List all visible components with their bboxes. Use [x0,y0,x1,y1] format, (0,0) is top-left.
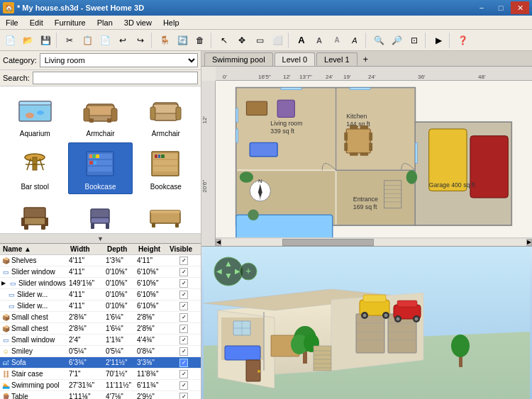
col-height[interactable]: Height [137,245,168,254]
view-3d[interactable]: ▲ ▼ ◀ ▶ + [201,247,532,399]
wall-tool[interactable]: ▭ [251,32,268,49]
furniture-item-aquarium[interactable]: Aquarium [3,89,67,141]
zoom-in-button[interactable]: 🔍 [370,32,387,49]
rotate-button[interactable]: 🔄 [174,32,191,49]
table-row[interactable]: ▭Small window 2'4"1'1¾"4'4¾" [0,335,201,346]
furniture-item-bookcase2[interactable]: Bookcase [134,142,198,194]
sep1 [56,33,59,48]
pan-tool[interactable]: ✥ [233,32,250,49]
table-row[interactable]: ☺Smiley 0'5¼"0'5¼"0'8¼" [0,346,201,357]
redo-button[interactable]: ↪ [132,32,149,49]
visible-check[interactable] [179,302,188,310]
col-visible[interactable]: Visible [168,245,199,254]
scroll-down-arrow[interactable]: ▼ [0,233,201,243]
delete-button[interactable]: 🗑 [192,32,209,49]
copy-button[interactable]: 📋 [79,32,96,49]
table-row[interactable]: 🏊Swimming pool 27'31¾"11'11½"6'11¾" [0,380,201,391]
zoom-fit-button[interactable]: ⊡ [406,32,423,49]
category-row: Category: Living room Bedroom Kitchen Ba… [0,51,201,70]
cut-button[interactable]: ✂ [61,32,78,49]
table-row[interactable]: 📦Shelves 4'11"1'3¾"4'11" [0,255,201,266]
col-width[interactable]: Width [69,245,106,254]
text-tool2[interactable]: A [311,32,328,49]
minimize-button[interactable]: − [472,1,491,14]
sep7 [449,33,452,48]
furniture-item-coffeetable[interactable]: Coffee table [134,196,198,233]
select-tool[interactable]: ↖ [216,32,233,49]
visible-check[interactable] [179,336,188,344]
text-tool3[interactable]: A [328,32,345,49]
table-row[interactable]: 📦Small chest 2'8¾"1'6¼"2'8⅝" [0,312,201,323]
table-row-selected[interactable]: 🛋Sofa 6'3¾"2'11½"3'3⅜" [0,357,201,369]
menu-file[interactable]: File [0,16,24,29]
room-tool[interactable]: ⬜ [269,32,286,49]
furniture-item-bookcase1[interactable]: Bookcase [68,142,132,194]
furniture-item-chair1[interactable]: Chair [3,196,67,233]
visible-check[interactable] [179,291,188,299]
tab-level0[interactable]: Level 0 [275,52,315,66]
visible-check[interactable] [179,279,188,288]
undo-button[interactable]: ↩ [114,32,131,49]
text-tool[interactable]: A [293,32,310,49]
help-button[interactable]: ❓ [454,32,471,49]
visible-check[interactable] [179,313,188,322]
search-input[interactable] [33,72,198,84]
text-tool4[interactable]: A [346,32,363,49]
svg-rect-8 [89,118,94,123]
visible-check[interactable] [179,268,188,276]
furniture-item-chair2[interactable]: Chair [68,196,132,233]
visible-check[interactable] [179,257,188,265]
furniture-grid: Aquarium Armchair [0,86,201,233]
visible-check[interactable] [179,347,188,356]
svg-text:▼: ▼ [224,271,233,281]
table-row[interactable]: ▭Slider w... 4'11"0'10⅝"6'10⅝" [0,289,201,300]
new-button[interactable]: 📄 [1,32,18,49]
menu-3dview[interactable]: 3D view [118,16,157,29]
save-button[interactable]: 💾 [37,32,54,49]
svg-rect-88 [236,129,238,142]
col-name[interactable]: Name ▲ [1,245,69,254]
svg-rect-6 [84,108,89,121]
sep3 [211,33,214,48]
h-scrollbar[interactable]: ◀ ▶ [216,237,532,246]
table-row[interactable]: 📦Small chest 2'8¾"1'6¼"2'8⅝" [0,323,201,335]
furniture-item-armchair2[interactable]: Armchair [134,89,198,141]
table-row[interactable]: 🪵Table 1'11⅛"4'7⅛"2'9½" [0,391,201,399]
visible-check[interactable] [179,370,188,378]
add-tab-button[interactable]: + [359,52,373,66]
svg-text:▲: ▲ [224,259,233,269]
table-row[interactable]: ▭Slider window 4'11"0'10⅝"6'10⅝" [0,266,201,278]
category-select[interactable]: Living room Bedroom Kitchen Bathroom Out… [40,53,198,67]
table-row[interactable]: 🪜Stair case 7'1"70'1½"11'8¾" [0,369,201,380]
svg-rect-25 [96,154,99,158]
floor-plan[interactable]: 0' 12' 24' 16'5" 13'7" 24' 36' 48' 19' 1… [201,67,532,247]
table-row[interactable]: ▭Slider w... 4'11"0'10⅝"6'10⅝" [0,300,201,312]
plan-canvas[interactable]: N Living room 339 sq ft Kitchen 144 sq f… [216,81,532,246]
close-button[interactable]: ✕ [511,1,529,14]
furniture-item-armchair1[interactable]: Armchair [68,89,132,141]
zoom-out-button[interactable]: 🔎 [388,32,405,49]
col-depth[interactable]: Depth [106,245,137,254]
furniture-item-barstool[interactable]: Bar stool [3,142,67,194]
menu-edit[interactable]: Edit [24,16,49,29]
svg-point-123 [415,317,419,321]
visible-check[interactable] [179,393,188,400]
svg-rect-36 [24,218,45,225]
maximize-button[interactable]: □ [492,1,510,14]
table-row[interactable]: ▶▭Slider windows 149'1⅛"0'10⅝"6'10⅝" [0,278,201,289]
svg-rect-42 [91,218,109,223]
tab-level1[interactable]: Level 1 [316,52,357,66]
menu-plan[interactable]: Plan [92,16,118,29]
3d-view-button[interactable]: ▶ [430,32,447,49]
paste-button[interactable]: 📄 [96,32,113,49]
svg-rect-7 [111,108,117,121]
visible-check[interactable] [179,359,188,367]
left-panel: Category: Living room Bedroom Kitchen Ba… [0,51,201,399]
open-button[interactable]: 📂 [19,32,36,49]
add-furniture-button[interactable]: 🪑 [156,32,173,49]
visible-check[interactable] [179,381,188,390]
menu-help[interactable]: Help [157,16,185,29]
visible-check[interactable] [179,325,188,333]
tab-swimming-pool[interactable]: Swimming pool [204,52,273,66]
menu-furniture[interactable]: Furniture [49,16,92,29]
